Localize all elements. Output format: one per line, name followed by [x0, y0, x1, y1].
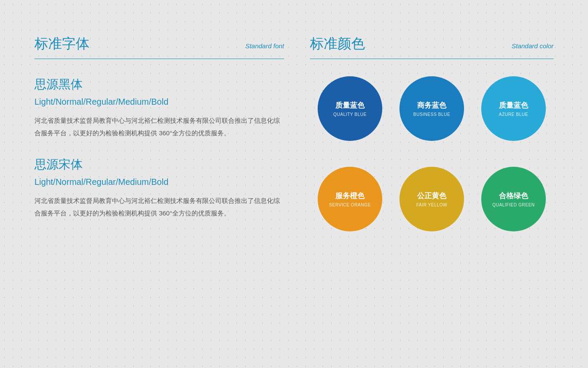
font-name-1: 思源宋体	[34, 156, 284, 173]
circle-name-zh: 质量蓝色	[335, 100, 365, 110]
color-circle-qualified-green: 合格绿色QUALIFIED GREEN	[481, 167, 546, 231]
circle-name-zh: 合格绿色	[499, 191, 528, 201]
left-panel: 标准字体 Standard font 思源黑体 Light/Normal/Reg…	[34, 34, 284, 342]
circle-name-en: QUALITY BLUE	[333, 112, 367, 117]
font-desc-1: 河北省质量技术监督局教育中心与河北裕仁检测技术服务有限公司联合推出了信息化综合服…	[34, 195, 284, 219]
circle-name-en: QUALIFIED GREEN	[492, 203, 535, 207]
right-panel: 标准颜色 Standard color 质量蓝色QUALITY BLUE商务蓝色…	[310, 34, 554, 342]
font-desc-0: 河北省质量技术监督局教育中心与河北裕仁检测技术服务有限公司联合推出了信息化综合服…	[34, 115, 284, 139]
color-section-title-zh: 标准颜色	[310, 34, 365, 53]
color-circle-quality-blue: 质量蓝色QUALITY BLUE	[318, 76, 382, 141]
color-section-header: 标准颜色 Standard color	[310, 34, 554, 59]
color-row-1: 质量蓝色QUALITY BLUE商务蓝色BUSINESS BLUE质量蓝色AZU…	[310, 76, 554, 141]
circle-name-zh: 质量蓝色	[499, 100, 528, 110]
font-item-0: 思源黑体 Light/Normal/Regular/Medium/Bold 河北…	[34, 76, 284, 139]
font-section-header: 标准字体 Standard font	[34, 34, 284, 59]
circle-name-zh: 商务蓝色	[417, 100, 446, 110]
color-circle-azure-blue: 质量蓝色AZURE BLUE	[481, 76, 546, 141]
circle-name-en: AZURE BLUE	[499, 112, 528, 117]
color-row-2: 服务橙色SERVICE ORANGE公正黄色FAIR YELLOW合格绿色QUA…	[310, 167, 554, 231]
circle-name-zh: 服务橙色	[335, 191, 365, 201]
page: 标准字体 Standard font 思源黑体 Light/Normal/Reg…	[0, 0, 588, 368]
circle-name-zh: 公正黄色	[417, 191, 446, 201]
font-item-1: 思源宋体 Light/Normal/Regular/Medium/Bold 河北…	[34, 156, 284, 219]
color-circle-service-orange: 服务橙色SERVICE ORANGE	[318, 167, 382, 231]
color-section-title-en: Standard color	[511, 42, 554, 50]
color-circle-business-blue: 商务蓝色BUSINESS BLUE	[399, 76, 464, 141]
circle-name-en: BUSINESS BLUE	[413, 112, 450, 117]
font-name-0: 思源黑体	[34, 76, 284, 93]
circle-name-en: SERVICE ORANGE	[329, 203, 371, 207]
circle-name-en: FAIR YELLOW	[416, 203, 447, 207]
color-circle-fair-yellow: 公正黄色FAIR YELLOW	[399, 167, 464, 231]
font-weights-1: Light/Normal/Regular/Medium/Bold	[34, 177, 284, 187]
font-section-title-en: Standard font	[245, 42, 284, 50]
font-weights-0: Light/Normal/Regular/Medium/Bold	[34, 97, 284, 107]
font-section-title-zh: 标准字体	[34, 34, 90, 53]
